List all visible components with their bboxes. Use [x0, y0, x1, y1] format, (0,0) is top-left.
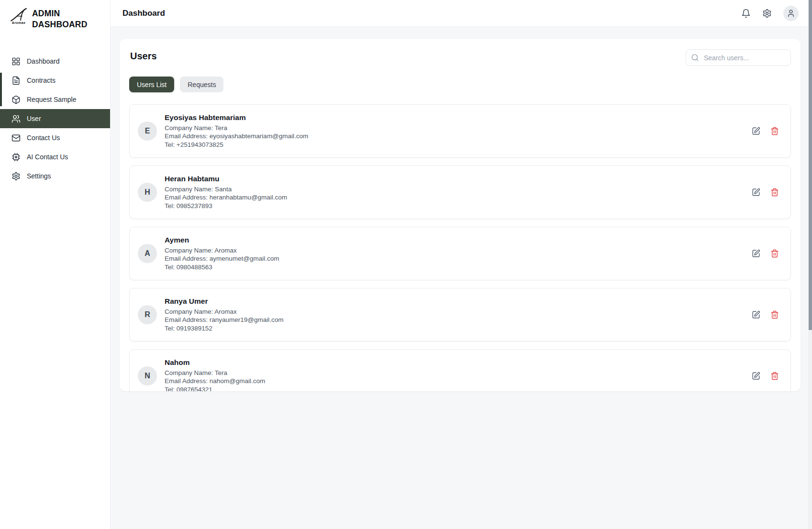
- aromax-logo-icon: Aromax: [9, 6, 29, 24]
- sidebar-item-label: Request Sample: [27, 96, 77, 103]
- user-actions: [752, 372, 779, 380]
- sidebar-item-label: Settings: [27, 172, 51, 180]
- edit-icon: [752, 127, 760, 135]
- search-input[interactable]: [703, 54, 786, 62]
- delete-user-button[interactable]: [770, 372, 779, 380]
- brand-title-line2: DASHBOARD: [32, 19, 88, 30]
- company-label: Company Name:: [165, 124, 213, 132]
- sidebar-scrollbar-thumb[interactable]: [0, 73, 2, 106]
- delete-user-button[interactable]: [770, 249, 779, 258]
- tel-value: 0980488563: [177, 264, 212, 271]
- company-value: Tera: [215, 124, 227, 132]
- user-email: Email Address: heranhabtamu@gmail.com: [165, 193, 752, 202]
- user-card: AAymenCompany Name: AromaxEmail Address:…: [129, 227, 791, 280]
- tel-label: Tel:: [165, 386, 175, 391]
- brand-logo-name: Aromax: [9, 21, 29, 24]
- email-label: Email Address:: [165, 255, 208, 262]
- page-scrollbar[interactable]: [808, 0, 812, 529]
- user-avatar: N: [138, 366, 157, 386]
- edit-user-button[interactable]: [752, 372, 760, 380]
- email-value: heranhabtamu@gmail.com: [210, 194, 287, 201]
- sidebar-item-label: User: [27, 115, 41, 122]
- email-value: eyosiyashabtemariam@gmail.com: [210, 132, 309, 140]
- notifications-button[interactable]: [741, 9, 751, 18]
- sidebar-item-request-sample[interactable]: Request Sample: [0, 90, 110, 109]
- sidebar-item-dashboard[interactable]: Dashboard: [0, 52, 110, 71]
- user-info: AymenCompany Name: AromaxEmail Address: …: [165, 236, 752, 272]
- tel-label: Tel:: [165, 202, 175, 209]
- email-label: Email Address:: [165, 316, 208, 323]
- user-actions: [752, 127, 779, 135]
- users-icon: [11, 114, 21, 123]
- edit-user-button[interactable]: [752, 188, 760, 197]
- brand: Aromax ADMIN DASHBOARD: [0, 0, 110, 30]
- trash-icon: [770, 372, 779, 380]
- topbar-actions: [741, 6, 799, 21]
- user-info: Ranya UmerCompany Name: AromaxEmail Addr…: [165, 297, 752, 333]
- user-info: Heran HabtamuCompany Name: SantaEmail Ad…: [165, 175, 752, 210]
- sidebar-item-ai-contact-us[interactable]: AI Contact Us: [0, 147, 110, 166]
- user-tel: Tel: 0980488563: [165, 263, 752, 272]
- sidebar-item-contracts[interactable]: Contracts: [0, 71, 110, 90]
- user-actions: [752, 249, 779, 258]
- user-card: NNahomCompany Name: TeraEmail Address: n…: [129, 349, 791, 391]
- user-company: Company Name: Santa: [165, 185, 752, 194]
- trash-icon: [770, 188, 779, 197]
- edit-icon: [752, 188, 760, 197]
- email-label: Email Address:: [165, 194, 208, 201]
- settings-button[interactable]: [762, 9, 772, 18]
- users-tabs: Users List Requests: [129, 77, 791, 92]
- user-card: RRanya UmerCompany Name: AromaxEmail Add…: [129, 288, 791, 342]
- brand-title-line1: ADMIN: [32, 8, 88, 19]
- user-tel: Tel: +251943073825: [165, 141, 752, 149]
- trash-icon: [770, 249, 779, 258]
- user-actions: [752, 310, 779, 319]
- sidebar-item-user[interactable]: User: [0, 109, 110, 128]
- chip-icon: [11, 153, 21, 162]
- grid-icon: [11, 57, 21, 66]
- user-tel: Tel: 0985237893: [165, 202, 752, 210]
- user-email: Email Address: aymenumet@gmail.com: [165, 254, 752, 263]
- contract-icon: [11, 76, 21, 85]
- delete-user-button[interactable]: [770, 310, 779, 319]
- sidebar-nav: DashboardContractsRequest SampleUserCont…: [0, 52, 110, 186]
- user-company: Company Name: Tera: [165, 124, 752, 132]
- tel-value: 0919389152: [177, 325, 212, 332]
- user-company: Company Name: Aromax: [165, 308, 752, 316]
- sidebar-item-contact-us[interactable]: Contact Us: [0, 128, 110, 147]
- user-email: Email Address: eyosiyashabtemariam@gmail…: [165, 132, 752, 141]
- user-info: Eyosiyas HabtemariamCompany Name: TeraEm…: [165, 113, 752, 149]
- user-card: HHeran HabtamuCompany Name: SantaEmail A…: [129, 165, 791, 219]
- search-box: [686, 49, 791, 66]
- email-value: ranyaumer19@gmail.com: [210, 316, 284, 323]
- tel-label: Tel:: [165, 264, 175, 271]
- user-avatar: R: [138, 305, 157, 324]
- sidebar-item-label: Contact Us: [27, 134, 60, 142]
- user-actions: [752, 188, 779, 197]
- edit-icon: [752, 372, 760, 380]
- sidebar-item-settings[interactable]: Settings: [0, 166, 110, 186]
- edit-user-button[interactable]: [752, 127, 760, 135]
- company-label: Company Name:: [165, 308, 213, 315]
- tel-label: Tel:: [165, 141, 175, 148]
- user-icon: [787, 9, 795, 18]
- search-icon: [691, 54, 699, 62]
- company-value: Santa: [215, 186, 232, 193]
- delete-user-button[interactable]: [770, 188, 779, 197]
- user-avatar: H: [138, 183, 157, 202]
- delete-user-button[interactable]: [770, 127, 779, 135]
- company-label: Company Name:: [165, 247, 213, 254]
- sidebar-item-label: AI Contact Us: [27, 153, 68, 161]
- profile-button[interactable]: [783, 6, 799, 21]
- sidebar-item-label: Dashboard: [27, 57, 60, 65]
- edit-user-button[interactable]: [752, 310, 760, 319]
- page-scrollbar-thumb[interactable]: [809, 0, 812, 330]
- user-tel: Tel: 0987654321: [165, 386, 752, 391]
- user-card: EEyosiyas HabtemariamCompany Name: TeraE…: [129, 104, 791, 158]
- tel-value: 0987654321: [177, 386, 212, 391]
- edit-user-button[interactable]: [752, 249, 760, 258]
- user-name: Ranya Umer: [165, 297, 752, 306]
- tab-requests[interactable]: Requests: [180, 77, 223, 92]
- user-name: Nahom: [165, 358, 752, 367]
- tab-users-list[interactable]: Users List: [129, 77, 174, 92]
